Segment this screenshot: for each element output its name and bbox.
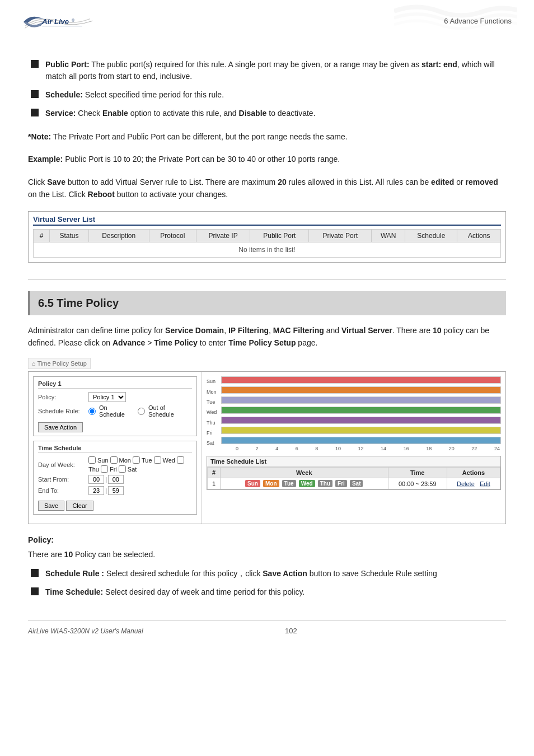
day-badge-sun: Sun [245,480,260,487]
bullet-schedule: Schedule: Select specified time period f… [28,89,506,101]
breadcrumb-text: Time Policy Setup [38,360,87,367]
bullet-public-port-text: Public Port: The public port(s) required… [45,59,506,82]
save-action-button[interactable]: Save Action [38,422,83,432]
end-hour-input[interactable] [88,486,104,495]
section-65-header: 6.5 Time Policy [28,291,506,315]
ts-row-time: 00:00 ~ 23:59 [388,478,447,489]
out-of-schedule-radio[interactable] [138,408,145,415]
footer: AirLive WIAS-3200N v2 User's Manual 102 [28,620,506,635]
fri-checkbox[interactable] [101,465,108,473]
vs-col-protocol: Protocol [149,229,196,242]
day-of-week-row: Day of Week: Sun Mon Tue Wed Thu Fri Sat [38,456,192,473]
click-save-block: Click Save button to add Virtual Server … [28,176,506,201]
tue-label: Tue [142,457,152,464]
sat-label: Sat [128,466,137,473]
policy1-box: Policy 1 Policy: Policy 1 Schedule Rule:… [33,376,197,436]
time-schedule-text: Time Schedule: Select desired day of wee… [45,586,305,598]
ts-col-actions: Actions [447,468,500,478]
policy-select[interactable]: Policy 1 [88,392,126,402]
policy-heading: Policy: [28,535,506,544]
ts-table: # Week Time Actions 1 Sun M [207,467,500,489]
chart-row-fri [221,426,501,435]
section-divider [28,279,506,280]
ts-row-actions: Delete Edit [447,478,500,489]
ts-row-1: 1 Sun Mon Tue Wed Thu Fri Sat [208,478,500,489]
virtual-server-list: Virtual Server List # Status Description… [28,211,506,263]
footer-manual-name: AirLive WIAS-3200N v2 User's Manual [28,627,143,635]
end-to-label: End To: [38,487,88,494]
vs-empty-row: No items in the list! [34,242,501,257]
decorative-wave [394,0,517,34]
sun-label: Sun [97,457,109,464]
feature-list: Public Port: The public port(s) required… [28,59,506,119]
end-to-row: End To: | [38,486,192,495]
x-24: 24 [494,446,500,451]
policy-section: Policy: There are 10 Policy can be selec… [28,535,506,598]
fri-label: Fri [110,466,117,473]
policy-bullet-list: Schedule Rule : Select desired schedule … [28,568,506,598]
wed-label: Wed [163,457,175,464]
ts-save-button[interactable]: Save [38,501,64,511]
on-schedule-radio[interactable] [88,408,96,415]
chart-row-tue [221,395,501,404]
tue-checkbox[interactable] [133,456,140,464]
policy-label: Policy: [38,394,88,400]
day-of-week-label: Day of Week: [38,461,88,468]
bullet-schedule-rule: Schedule Rule : Select desired schedule … [28,568,506,580]
policy-form-row: Policy: Policy 1 [38,392,192,402]
bullet-square-icon [31,90,39,98]
vs-col-num: # [34,229,50,242]
footer-page-num: 102 [285,627,297,635]
vs-col-description: Description [88,229,149,242]
wed-checkbox[interactable] [154,456,161,464]
bullet-service: Service: Check Enable option to activate… [28,108,506,119]
tps-panel: Policy 1 Policy: Policy 1 Schedule Rule:… [28,371,506,524]
start-min-input[interactable] [108,475,124,484]
end-min-input[interactable] [108,486,124,495]
x-2: 2 [256,446,259,451]
ts-col-week: Week [220,468,388,478]
vs-col-actions: Actions [457,229,501,242]
ts-delete-link[interactable]: Delete [457,480,475,487]
vs-list-title: Virtual Server List [33,215,501,226]
sun-checkbox[interactable] [88,456,96,464]
x-8: 8 [315,446,318,451]
time-schedule-box-title: Time Schedule [38,445,192,453]
note-block: *Note: The Private Port and Public Port … [28,130,506,143]
ts-row-num: 1 [208,478,221,489]
example-block: Example: Public Port is 10 to 20; the Pr… [28,153,506,165]
vs-col-private-port: Private Port [309,229,372,242]
bullet-square-icon [31,109,39,116]
chart-row-sat [221,436,501,445]
x-6: 6 [296,446,298,451]
day-badge-wed: Wed [299,480,315,487]
end-separator: | [105,487,107,494]
ts-clear-button[interactable]: Clear [66,501,93,511]
bullet-time-schedule: Time Schedule: Select desired day of wee… [28,586,506,598]
thu-label: Thu [88,466,99,473]
ts-col-time: Time [388,468,447,478]
x-12: 12 [358,446,363,451]
start-separator: | [105,476,107,483]
bullet-square-icon [31,569,39,577]
home-icon: ⌂ [32,360,36,367]
note-label: *Note: [28,132,51,141]
day-badge-mon: Mon [263,480,279,487]
mon-checkbox[interactable] [110,456,118,464]
ts-col-num: # [208,468,221,478]
vs-col-status: Status [50,229,89,242]
ts-list-title: Time Schedule List [207,456,500,467]
on-schedule-label: On Schedule [99,404,134,418]
x-0: 0 [236,446,238,451]
ts-edit-link[interactable]: Edit [480,480,490,487]
sat-checkbox[interactable] [119,465,126,473]
day-badge-fri: Fri [335,480,347,487]
ts-row-week: Sun Mon Tue Wed Thu Fri Sat [220,478,388,489]
chart-y-mon: Mon [207,389,221,395]
bullet-schedule-text: Schedule: Select specified time period f… [45,89,224,101]
x-16: 16 [404,446,409,451]
start-hour-input[interactable] [88,475,104,484]
thu-checkbox[interactable] [177,456,184,464]
chart-row-wed [221,405,501,414]
chart-row-mon [221,385,501,394]
